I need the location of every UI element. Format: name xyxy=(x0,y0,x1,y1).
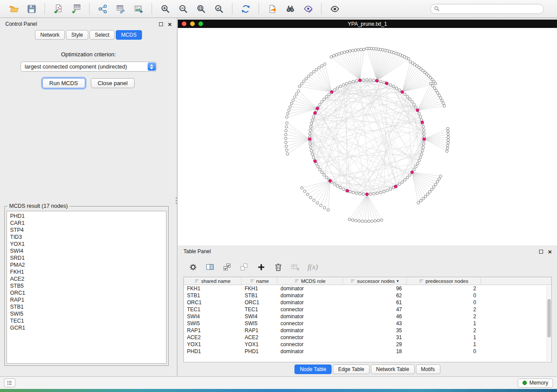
mcds-result-item[interactable]: PHD1 xyxy=(10,213,166,220)
close-window-button[interactable] xyxy=(182,21,187,26)
mcds-result-item[interactable]: PMA2 xyxy=(10,261,166,268)
mcds-result-item[interactable]: YOX1 xyxy=(10,241,166,248)
memory-button[interactable]: Memory xyxy=(518,378,553,388)
mcds-result-item[interactable]: SWI4 xyxy=(10,248,166,254)
table-cell: 2 xyxy=(407,313,481,320)
add-icon[interactable] xyxy=(256,262,266,272)
tab-edge-table[interactable]: Edge Table xyxy=(333,364,370,374)
table-cell: 31 xyxy=(343,334,407,340)
close-panel-icon-button[interactable]: × xyxy=(168,22,172,27)
mcds-result-item[interactable]: STB1 xyxy=(10,303,166,310)
show-columns-icon[interactable] xyxy=(205,262,215,272)
search-network-button[interactable] xyxy=(283,2,298,15)
toolbar-separator xyxy=(45,3,45,14)
mcds-result-item[interactable]: FKH1 xyxy=(10,268,166,275)
maximize-window-button[interactable] xyxy=(198,21,203,26)
save-session-button[interactable] xyxy=(24,2,39,15)
network-titlebar[interactable]: YPA_prune.txt_1 xyxy=(178,20,557,28)
search-box xyxy=(430,4,544,14)
mcds-result-item[interactable]: CAR1 xyxy=(10,220,166,227)
table-toolbar: f(x) xyxy=(178,258,557,276)
table-row[interactable]: SWI4SWI4dominator462 xyxy=(184,313,551,320)
share-document-button[interactable] xyxy=(265,2,280,15)
float-panel-button[interactable] xyxy=(159,22,163,26)
close-table-panel-button[interactable]: × xyxy=(548,249,552,254)
mcds-result-item[interactable]: STP4 xyxy=(10,227,166,234)
export-network-icon xyxy=(98,4,108,14)
mcds-result-item[interactable]: SRD1 xyxy=(10,254,166,261)
search-input[interactable] xyxy=(430,4,544,14)
tab-network[interactable]: Network xyxy=(35,30,65,40)
zoom-fit-button[interactable] xyxy=(194,2,208,15)
run-mcds-button[interactable]: Run MCDS xyxy=(42,78,85,88)
mcds-result-item[interactable]: GCR1 xyxy=(10,324,166,331)
trash-icon[interactable] xyxy=(273,262,283,272)
gear-icon[interactable] xyxy=(188,262,198,272)
table-row[interactable]: RAP1RAP1dominator352 xyxy=(184,327,551,334)
dropdown-value: largest connected component (undirected) xyxy=(25,64,127,70)
function-builder-button[interactable]: f(x) xyxy=(308,263,318,272)
table-cell: 1 xyxy=(407,334,481,340)
float-table-panel-button[interactable] xyxy=(539,250,543,254)
mcds-result-item[interactable]: SWI5 xyxy=(10,310,166,317)
tab-mcds[interactable]: MCDS xyxy=(116,30,142,40)
table-row[interactable]: TEC1TEC1connector472 xyxy=(184,306,551,313)
table-row[interactable]: FKH1FKH1dominator962 xyxy=(184,285,551,292)
zoom-out-button[interactable] xyxy=(176,2,190,15)
column-header-mcds-role[interactable]: MCDS role xyxy=(277,277,343,285)
column-header-successor-nodes[interactable]: successor nodes ▾ xyxy=(343,277,407,285)
table-row[interactable]: ACE2ACE2connector311 xyxy=(184,334,551,341)
tab-motifs[interactable]: Motifs xyxy=(416,364,440,374)
tab-style[interactable]: Style xyxy=(66,30,88,40)
new-network-button[interactable] xyxy=(95,2,110,15)
table-cell: 2 xyxy=(407,285,481,292)
import-table-button[interactable] xyxy=(69,2,83,15)
mcds-result-item[interactable]: RAP1 xyxy=(10,296,166,303)
table-cell: dominator xyxy=(277,313,343,320)
table-panel-header: Table Panel × xyxy=(178,245,557,258)
scrollbar-thumb[interactable] xyxy=(547,299,551,337)
zoom-in-button[interactable] xyxy=(158,2,173,15)
mcds-result-item[interactable]: TEC1 xyxy=(10,317,166,324)
minimize-window-button[interactable] xyxy=(190,21,195,26)
mcds-result-item[interactable]: STB5 xyxy=(10,282,166,289)
toggle-graphics-details-button[interactable] xyxy=(301,2,315,15)
zoom-selected-button[interactable] xyxy=(211,2,226,15)
table-row[interactable]: PHD1PHD1dominator180 xyxy=(184,348,551,355)
import-network-button[interactable] xyxy=(51,2,66,15)
export-table-button[interactable] xyxy=(113,2,128,15)
toolbar-separator xyxy=(152,3,152,14)
table-row[interactable]: ORC1ORC1dominator610 xyxy=(184,299,551,306)
table-row[interactable]: SWI5SWI5connector431 xyxy=(184,320,551,327)
column-header-predecessor-nodes[interactable]: predecessor nodes xyxy=(407,277,481,285)
save-icon xyxy=(27,4,37,14)
select-all-icon[interactable] xyxy=(222,262,232,272)
panel-splitter-handle[interactable] xyxy=(175,197,177,207)
column-header-shared-name[interactable]: shared name xyxy=(184,277,242,285)
deselect-all-icon[interactable] xyxy=(239,262,249,272)
table-cell: TEC1 xyxy=(242,306,277,313)
export-image-button[interactable] xyxy=(131,2,146,15)
export-table-icon xyxy=(116,4,126,14)
column-header-name[interactable]: name xyxy=(242,277,277,285)
close-panel-button[interactable]: Close panel xyxy=(91,78,135,88)
table-cell: 1 xyxy=(407,341,481,347)
refresh-button[interactable] xyxy=(238,2,253,15)
optimization-criterion-dropdown[interactable]: largest connected component (undirected) xyxy=(21,62,157,72)
mcds-result-list[interactable]: PHD1CAR1STP4TID3YOX1SWI4SRD1PMA2FKH1ACE2… xyxy=(7,211,166,364)
network-canvas[interactable] xyxy=(178,28,557,245)
mcds-result-item[interactable]: TID3 xyxy=(10,234,166,241)
open-session-button[interactable] xyxy=(6,2,21,15)
table-row[interactable]: STB1STB1dominator620 xyxy=(184,292,551,299)
export-image-icon xyxy=(134,4,144,14)
mcds-result-item[interactable]: ACE2 xyxy=(10,275,166,282)
table-scrollbar[interactable] xyxy=(547,286,551,361)
show-panels-button[interactable] xyxy=(4,378,15,387)
mcds-result-item[interactable]: ORC1 xyxy=(10,289,166,296)
table-cell: STB1 xyxy=(184,292,242,299)
tab-select[interactable]: Select xyxy=(90,30,114,40)
table-row[interactable]: YOX1YOX1connector291 xyxy=(184,341,551,348)
tab-node-table[interactable]: Node Table xyxy=(294,364,332,374)
tab-network-table[interactable]: Network Table xyxy=(371,364,415,374)
show-hide-button[interactable] xyxy=(327,2,342,15)
